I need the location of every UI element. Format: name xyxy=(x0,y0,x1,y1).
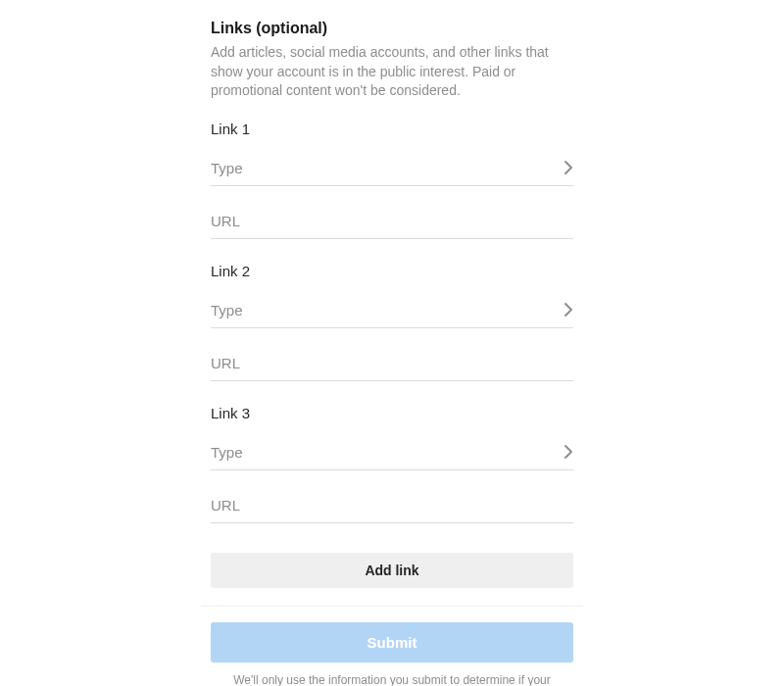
link-label-1: Link 1 xyxy=(211,121,573,137)
link-type-selector-1[interactable]: Type xyxy=(211,151,573,186)
chevron-right-icon xyxy=(564,302,573,318)
link-type-placeholder: Type xyxy=(211,302,243,318)
chevron-right-icon xyxy=(564,444,573,460)
chevron-right-icon xyxy=(564,160,573,175)
link-group-3: Link 3 Type URL xyxy=(211,405,573,523)
add-link-button[interactable]: Add link xyxy=(211,553,573,588)
link-type-selector-3[interactable]: Type xyxy=(211,435,573,470)
link-label-3: Link 3 xyxy=(211,405,573,421)
link-label-2: Link 2 xyxy=(211,263,573,279)
link-url-input-1[interactable]: URL xyxy=(211,204,573,239)
link-type-placeholder: Type xyxy=(211,160,243,176)
link-group-1: Link 1 Type URL xyxy=(211,121,573,239)
link-url-input-2[interactable]: URL xyxy=(211,346,573,381)
links-section: Links (optional) Add articles, social me… xyxy=(211,0,573,686)
link-url-placeholder: URL xyxy=(211,355,240,371)
link-url-placeholder: URL xyxy=(211,497,240,514)
section-title: Links (optional) xyxy=(211,20,573,37)
section-description: Add articles, social media accounts, and… xyxy=(211,43,573,101)
link-url-input-3[interactable]: URL xyxy=(211,488,573,523)
divider xyxy=(201,606,583,607)
link-url-placeholder: URL xyxy=(211,213,240,229)
link-type-placeholder: Type xyxy=(211,444,243,461)
link-group-2: Link 2 Type URL xyxy=(211,263,573,381)
link-type-selector-2[interactable]: Type xyxy=(211,293,573,328)
footer-note: We'll only use the information you submi… xyxy=(211,672,573,686)
submit-button[interactable]: Submit xyxy=(211,622,573,662)
